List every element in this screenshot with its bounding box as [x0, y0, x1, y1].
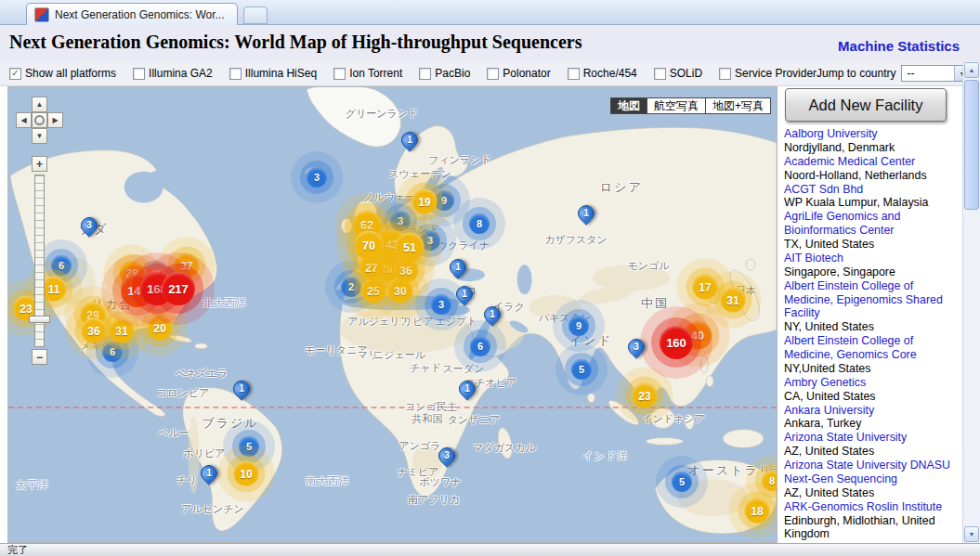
facility-link[interactable]: Albert Einstein College of Medicine, Gen…	[784, 334, 951, 362]
facility-link[interactable]: Ambry Genetics	[784, 376, 951, 390]
map-cluster-marker[interactable]: 17	[693, 275, 718, 300]
window-scrollbar[interactable]: ▲ ▼	[962, 61, 980, 543]
facility-link[interactable]: Arizona State University	[784, 431, 951, 445]
map-label: ロシア	[600, 179, 643, 196]
map-cluster-marker[interactable]: 5	[571, 359, 592, 380]
map-type-button[interactable]: 地図	[610, 97, 647, 114]
map-cluster-marker[interactable]: 5	[239, 436, 259, 457]
pan-up-button[interactable]: ▲	[32, 97, 47, 112]
map-label: リビア	[402, 315, 434, 329]
country-select[interactable]: -- ▼	[901, 65, 971, 82]
filter-checkbox-show-all-platforms[interactable]: ✓Show all platforms	[9, 67, 116, 80]
machine-statistics-link[interactable]: Machine Statistics	[838, 38, 960, 54]
facility-link[interactable]: Ankara University	[784, 404, 951, 418]
map-cluster-marker[interactable]: 19	[412, 189, 438, 214]
map-pin-marker[interactable]: 3	[438, 446, 455, 470]
filter-checkbox-solid[interactable]: SOLiD	[654, 67, 702, 80]
checkbox-icon[interactable]	[487, 68, 499, 80]
facility-link[interactable]: Aalborg University	[784, 127, 951, 141]
map-cluster-marker[interactable]: 3	[431, 294, 451, 315]
facility-link[interactable]: ARK-Genomics Roslin Institute	[784, 500, 951, 514]
map-pin-marker[interactable]: 1	[401, 130, 418, 154]
map-cluster-marker[interactable]: 10	[234, 461, 259, 486]
checkbox-icon[interactable]	[333, 68, 346, 80]
checkbox-icon[interactable]	[719, 68, 731, 80]
map-cluster-marker[interactable]: 51	[396, 233, 425, 262]
checkbox-icon[interactable]	[654, 68, 666, 80]
zoom-slider-handle[interactable]	[29, 316, 50, 323]
map-cluster-marker[interactable]: 217	[162, 272, 195, 305]
map-cluster-marker[interactable]: 3	[390, 211, 411, 231]
map-pin-marker[interactable]: 1	[484, 304, 501, 329]
pan-down-button[interactable]: ▼	[32, 128, 47, 144]
map-cluster-marker[interactable]: 11	[42, 277, 67, 302]
map-cluster-marker[interactable]: 2	[341, 277, 361, 297]
map-type-button[interactable]: 地図+写真	[706, 97, 771, 114]
world-map[interactable]: グリーンランドスウェーデンフィンランドノルウェーロシアカザフスタンモンゴル中国日…	[7, 86, 777, 543]
facility-link[interactable]: AgriLife Genomics and Bioinformatics Cen…	[784, 210, 951, 238]
facility-link[interactable]: Albert Einstein College of Medicine, Epi…	[784, 279, 951, 321]
map-cluster-marker[interactable]: 25	[361, 278, 386, 304]
filter-checkbox-illumina-ga2[interactable]: Illumina GA2	[133, 67, 213, 80]
map-cluster-marker[interactable]: 6	[470, 336, 490, 356]
map-type-button[interactable]: 航空写真	[647, 97, 706, 114]
map-pin-marker[interactable]: 1	[456, 284, 473, 308]
pin-count: 1	[450, 262, 466, 272]
filter-checkbox-ion-torrent[interactable]: Ion Torrent	[333, 67, 402, 80]
scrollbar-up-icon[interactable]: ▲	[964, 62, 979, 78]
facility-link[interactable]: Academic Medical Center	[784, 155, 951, 169]
facility-link[interactable]: ACGT Sdn Bhd	[784, 183, 951, 197]
country-select-value: --	[907, 67, 914, 80]
map-pin-marker[interactable]: 1	[201, 463, 217, 487]
pan-left-button[interactable]: ◀	[16, 112, 32, 128]
map-cluster-marker[interactable]: 160	[660, 326, 693, 359]
map-label: ウクライナ	[438, 239, 490, 252]
map-cluster-marker[interactable]: 5	[672, 472, 692, 492]
filter-checkbox-service-provider[interactable]: Service Provider	[719, 67, 817, 80]
map-cluster-marker[interactable]: 9	[568, 316, 589, 336]
zoom-out-button[interactable]: −	[32, 349, 47, 365]
checkbox-icon[interactable]: ✓	[9, 68, 21, 80]
filter-checkbox-polonator[interactable]: Polonator	[487, 67, 550, 80]
facility-item: Arizona State University DNASU Next-Gen …	[784, 459, 951, 500]
map-cluster-marker[interactable]: 18	[745, 498, 770, 524]
map-cluster-marker[interactable]: 23	[633, 383, 658, 408]
map-pin-marker[interactable]: 1	[459, 379, 476, 403]
map-pin-marker[interactable]: 1	[233, 379, 250, 403]
pin-count: 1	[401, 135, 418, 145]
pan-center-button[interactable]	[32, 112, 47, 128]
pin-count: 3	[81, 220, 98, 230]
filter-checkbox-illumina-hiseq[interactable]: Illumina HiSeq	[229, 67, 317, 80]
map-cluster-marker[interactable]: 8	[469, 213, 490, 234]
checkbox-icon[interactable]	[133, 68, 145, 80]
filter-checkbox-pacbio[interactable]: PacBio	[419, 67, 470, 80]
add-new-facility-button[interactable]: Add New Facility	[785, 88, 947, 122]
map-pin-marker[interactable]: 1	[578, 203, 595, 227]
map-pin-marker[interactable]: 1	[450, 257, 466, 281]
map-cluster-marker[interactable]: 6	[102, 342, 123, 362]
map-cluster-marker[interactable]: 20	[148, 316, 173, 341]
zoom-in-button[interactable]: +	[32, 156, 47, 172]
map-pin-marker[interactable]: 3	[628, 337, 645, 361]
checkbox-icon[interactable]	[419, 68, 431, 80]
map-cluster-marker[interactable]: 36	[82, 318, 107, 343]
checkbox-icon[interactable]	[568, 68, 580, 80]
checkbox-icon[interactable]	[229, 68, 242, 80]
facility-link[interactable]: AIT Biotech	[784, 252, 951, 265]
map-cluster-marker[interactable]: 31	[721, 288, 746, 313]
map-cluster-marker[interactable]: 36	[394, 258, 419, 283]
scrollbar-down-icon[interactable]: ▼	[964, 526, 979, 542]
new-tab-button[interactable]	[243, 6, 268, 24]
map-cluster-marker[interactable]: 8	[762, 471, 777, 491]
facility-link[interactable]: Arizona State University DNASU Next-Gen …	[784, 459, 951, 486]
map-cluster-marker[interactable]: 3	[307, 167, 327, 187]
map-cluster-marker[interactable]: 31	[110, 318, 135, 343]
pin-count: 1	[484, 309, 501, 319]
scrollbar-thumb[interactable]	[964, 80, 979, 210]
browser-tab[interactable]: Next Generation Genomics: Wor...	[26, 3, 238, 25]
map-pin-marker[interactable]: 3	[81, 215, 98, 239]
map-cluster-marker[interactable]: 6	[51, 255, 72, 276]
pan-right-button[interactable]: ▶	[47, 112, 63, 128]
filter-checkbox-roche-454[interactable]: Roche/454	[568, 67, 637, 80]
map-cluster-marker[interactable]: 70	[355, 231, 384, 260]
